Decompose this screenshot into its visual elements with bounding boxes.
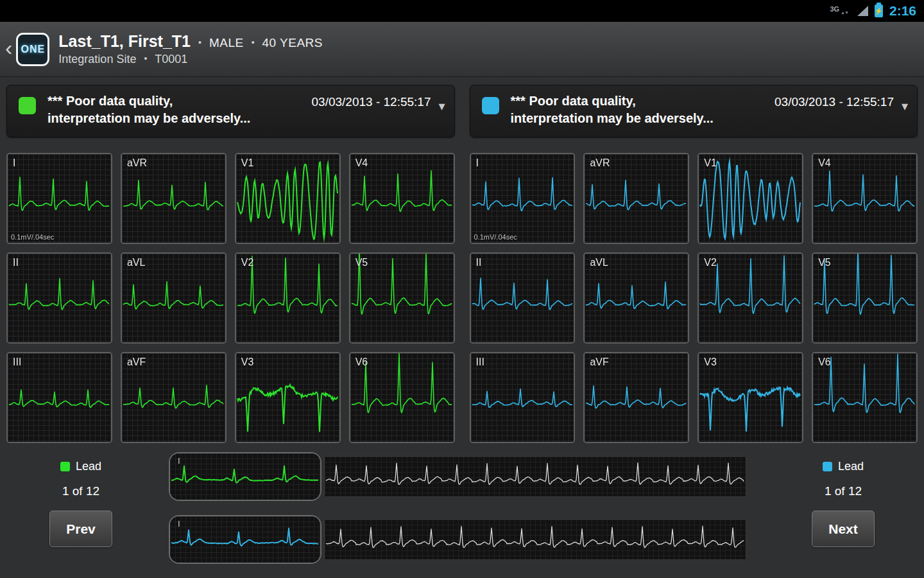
- ecg-cell-V3[interactable]: V3: [235, 352, 341, 443]
- lead-color-swatch: [60, 462, 70, 471]
- separator-dot: •: [144, 53, 147, 64]
- ecg-cell-V4[interactable]: V4: [812, 153, 918, 244]
- lead-page-indicator: 1 of 12: [42, 484, 119, 498]
- ecg-waveform: [8, 154, 111, 243]
- alert-timestamp: 03/03/2013 - 12:55:17: [774, 95, 894, 109]
- charging-bolt-icon: ⚡: [875, 8, 884, 15]
- left-lead-controls: Lead 1 of 12 Prev: [42, 460, 119, 547]
- lead-color-swatch: [482, 97, 499, 114]
- lead-label: I: [13, 157, 15, 169]
- ecg-cell-V5[interactable]: V5: [349, 252, 455, 344]
- alert-banner-left[interactable]: *** Poor data quality, interpretation ma…: [6, 85, 455, 137]
- lead-label: aVF: [590, 356, 608, 368]
- lead-label: V2: [241, 257, 254, 268]
- lead-label: aVL: [127, 257, 145, 268]
- ecg-cell-aVR[interactable]: aVR: [121, 153, 227, 244]
- signal-strength-icon: [857, 6, 868, 16]
- rhythm-strip-top[interactable]: [324, 456, 746, 497]
- app-logo-text: ONE: [21, 44, 45, 55]
- status-bar: 3G ▲▼ ⚡ 2:16: [0, 0, 924, 22]
- prev-button[interactable]: Prev: [49, 511, 112, 547]
- strip-lead-label: I: [178, 456, 180, 466]
- ecg-waveform: [471, 254, 574, 342]
- ecg-cell-III[interactable]: III: [6, 352, 112, 443]
- site-name: Integration Site: [58, 53, 136, 66]
- record-id: T0001: [155, 53, 187, 66]
- ecg-cell-III[interactable]: III: [470, 352, 576, 443]
- ecg-cell-II[interactable]: II: [6, 252, 112, 344]
- lead-label: II: [13, 257, 19, 268]
- lead-label: V1: [241, 157, 254, 169]
- ecg-cell-aVR[interactable]: aVR: [583, 153, 689, 244]
- lead-label: III: [13, 356, 21, 368]
- ecg-waveform: [8, 254, 111, 342]
- app-header: ‹ ONE Last_T1, First_T1 • MALE • 40 YEAR…: [0, 22, 924, 77]
- ecg-grids: I0.1mV/.04secaVRV1V4IIaVLV2V5IIIaVFV3V6 …: [6, 153, 918, 443]
- mini-rhythm-waveform: [170, 453, 320, 500]
- ecg-cell-V2[interactable]: V2: [235, 252, 341, 344]
- ecg-cell-aVL[interactable]: aVL: [583, 252, 689, 344]
- ecg-cell-I[interactable]: I0.1mV/.04sec: [6, 153, 112, 244]
- ecg-cell-V6[interactable]: V6: [812, 352, 918, 443]
- ecg-cell-V5[interactable]: V5: [812, 252, 918, 344]
- ecg-cell-I[interactable]: I0.1mV/.04sec: [470, 153, 576, 244]
- chevron-down-icon[interactable]: ▾: [902, 98, 908, 114]
- alert-message: *** Poor data quality, interpretation ma…: [47, 92, 305, 127]
- ecg-panel-left: I0.1mV/.04secaVRV1V4IIaVLV2V5IIIaVFV3V6: [6, 153, 455, 443]
- strip-lead-label: I: [178, 519, 180, 529]
- next-button[interactable]: Next: [812, 511, 875, 547]
- ecg-cell-aVL[interactable]: aVL: [121, 252, 227, 344]
- ecg-cell-aVF[interactable]: aVF: [121, 352, 227, 443]
- rhythm-lead-selector-bottom[interactable]: I: [169, 515, 321, 564]
- mini-rhythm-waveform: [170, 516, 320, 563]
- rhythm-strip-bottom[interactable]: [324, 519, 746, 560]
- alert-banners: *** Poor data quality, interpretation ma…: [6, 85, 918, 137]
- patient-header: Last_T1, First_T1 • MALE • 40 YEARS Inte…: [58, 32, 323, 66]
- lead-label: V2: [704, 257, 717, 268]
- rhythm-strip-waveform: [325, 520, 746, 559]
- lead-label: I: [476, 157, 479, 169]
- lead-label: V5: [818, 257, 831, 268]
- network-activity-icon: ▲▼: [841, 10, 848, 15]
- lead-color-swatch: [19, 97, 36, 114]
- lead-label: Lead: [76, 460, 101, 473]
- network-type-icon: 3G: [830, 5, 839, 13]
- back-button[interactable]: ‹: [5, 37, 15, 62]
- footer: Lead 1 of 12 Prev I I Lead 1 of 12 Next: [0, 442, 924, 578]
- patient-name: Last_T1, First_T1: [58, 32, 191, 51]
- lead-label: V6: [355, 356, 368, 368]
- alert-message: *** Poor data quality, interpretation ma…: [511, 92, 769, 127]
- lead-color-swatch: [823, 462, 832, 471]
- lead-label: V3: [241, 356, 254, 368]
- lead-page-indicator: 1 of 12: [805, 484, 882, 498]
- chevron-down-icon[interactable]: ▾: [438, 98, 445, 114]
- rhythm-strip-waveform: [325, 457, 746, 496]
- ecg-waveform: [471, 154, 574, 243]
- battery-icon: ⚡: [875, 4, 883, 17]
- right-lead-controls: Lead 1 of 12 Next: [805, 460, 882, 547]
- ecg-cell-V3[interactable]: V3: [697, 352, 803, 443]
- ecg-cell-V1[interactable]: V1: [235, 153, 341, 244]
- lead-label: V6: [818, 356, 831, 368]
- status-clock: 2:16: [889, 3, 916, 19]
- lead-label: aVF: [127, 356, 146, 368]
- ecg-cell-V2[interactable]: V2: [697, 252, 803, 344]
- ecg-waveform: [8, 353, 111, 442]
- alert-banner-right[interactable]: *** Poor data quality, interpretation ma…: [470, 85, 918, 137]
- lead-label: aVL: [590, 257, 608, 268]
- ecg-cell-V4[interactable]: V4: [349, 153, 455, 244]
- lead-label: V5: [355, 257, 368, 268]
- ecg-cell-V6[interactable]: V6: [349, 352, 455, 443]
- alert-timestamp: 03/03/2013 - 12:55:17: [312, 95, 431, 109]
- app-logo[interactable]: ONE: [16, 33, 49, 66]
- patient-age: 40 YEARS: [262, 36, 323, 50]
- ecg-cell-aVF[interactable]: aVF: [583, 352, 689, 443]
- ecg-cell-II[interactable]: II: [470, 252, 576, 344]
- rhythm-lead-selector-top[interactable]: I: [169, 452, 321, 501]
- lead-label: V4: [818, 157, 831, 169]
- ecg-cell-V1[interactable]: V1: [697, 153, 803, 244]
- lead-label: Lead: [838, 460, 864, 473]
- lead-label: aVR: [590, 157, 610, 169]
- ecg-app-screen: 3G ▲▼ ⚡ 2:16 ‹ ONE Last_T1, First_T1 • M…: [0, 0, 924, 578]
- lead-label: V1: [704, 157, 717, 169]
